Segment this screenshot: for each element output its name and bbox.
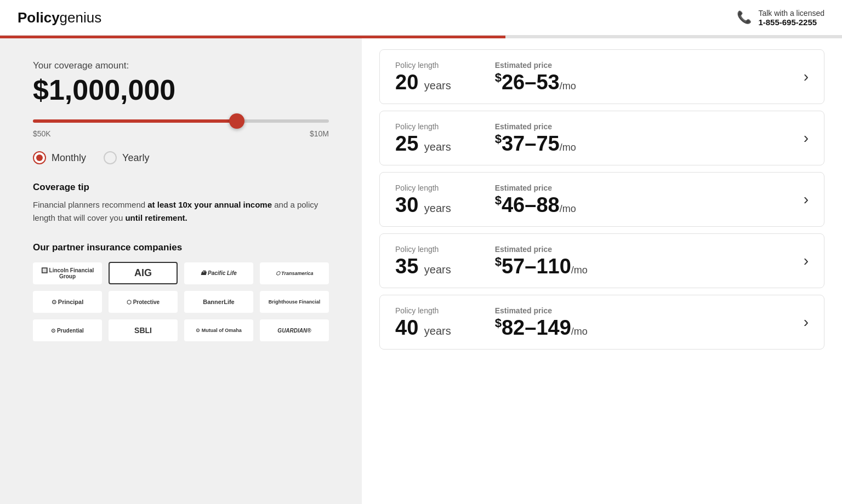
- left-panel: Your coverage amount: $1,000,000 $50K $1…: [0, 38, 362, 504]
- policy-length-label: Policy length: [395, 245, 451, 254]
- header-contact: Talk with a licensed 1-855-695-2255: [758, 9, 824, 27]
- policy-length-section: Policy length 25 years: [395, 122, 451, 154]
- policy-length-section: Policy length 20 years: [395, 61, 451, 93]
- policy-length-label: Policy length: [395, 184, 451, 192]
- policy-length-section: Policy length 35 years: [395, 245, 451, 277]
- partner-aig: AIG: [109, 262, 178, 284]
- policy-length-value: 20 years: [395, 72, 451, 93]
- price-currency: $: [495, 132, 502, 146]
- partner-principal: ⊙ Principal: [33, 291, 102, 313]
- chevron-right-icon: ›: [804, 313, 809, 331]
- chevron-right-icon: ›: [804, 68, 809, 85]
- coverage-tip-title: Coverage tip: [33, 182, 329, 193]
- policy-length-value: 25 years: [395, 133, 451, 154]
- header-contact-area: 📞 Talk with a licensed 1-855-695-2255: [737, 9, 824, 27]
- estimated-price-section: Estimated price $46–88/mo: [495, 184, 576, 215]
- slider-container: [33, 115, 329, 125]
- policy-card[interactable]: Policy length 25 years Estimated price $…: [379, 111, 824, 165]
- coverage-label: Your coverage amount:: [33, 60, 329, 71]
- slider-labels: $50K $10M: [33, 129, 329, 138]
- policy-length-unit: years: [424, 202, 451, 214]
- price-currency: $: [495, 71, 502, 84]
- policy-length-value: 35 years: [395, 256, 451, 277]
- price-currency: $: [495, 316, 502, 330]
- price-per-mo: /mo: [571, 265, 588, 276]
- partner-lincoln: 🔲 Lincoln Financial Group: [33, 262, 102, 284]
- monthly-option[interactable]: Monthly: [33, 151, 86, 164]
- main-layout: Your coverage amount: $1,000,000 $50K $1…: [0, 38, 842, 504]
- partner-protective: ⬡ Protective: [109, 291, 178, 313]
- phone-number[interactable]: 1-855-695-2255: [758, 18, 824, 27]
- policy-card[interactable]: Policy length 30 years Estimated price $…: [379, 172, 824, 227]
- policy-info: Policy length 40 years Estimated price $…: [395, 306, 588, 338]
- estimated-price-section: Estimated price $37–75/mo: [495, 122, 576, 154]
- estimated-price-label: Estimated price: [495, 245, 588, 254]
- yearly-label: Yearly: [122, 152, 149, 164]
- chevron-right-icon: ›: [804, 252, 809, 270]
- phone-icon: 📞: [737, 10, 752, 25]
- partner-guardian: GUARDIAN®: [260, 319, 329, 341]
- estimated-price-section: Estimated price $26–53/mo: [495, 61, 576, 93]
- talk-label: Talk with a licensed: [758, 9, 824, 18]
- price-per-mo: /mo: [571, 326, 588, 337]
- estimated-price-label: Estimated price: [495, 61, 576, 70]
- estimated-price-value: $82–149/mo: [495, 317, 588, 338]
- estimated-price-section: Estimated price $57–110/mo: [495, 245, 588, 277]
- yearly-option[interactable]: Yearly: [104, 151, 149, 164]
- policy-info: Policy length 20 years Estimated price $…: [395, 61, 576, 93]
- tip-bold-1: at least 10x your annual income: [147, 200, 272, 209]
- partner-mutual: ⊙ Mutual of Omaha: [184, 319, 253, 341]
- policy-length-label: Policy length: [395, 306, 451, 315]
- chevron-right-icon: ›: [804, 129, 809, 147]
- estimated-price-value: $46–88/mo: [495, 194, 576, 215]
- logo-bold: Policy: [18, 9, 60, 26]
- tip-bold-2: until retirement.: [125, 213, 187, 222]
- policy-length-section: Policy length 40 years: [395, 306, 451, 338]
- slider-min: $50K: [33, 129, 51, 138]
- chevron-right-icon: ›: [804, 191, 809, 208]
- price-per-mo: /mo: [560, 142, 576, 153]
- estimated-price-value: $57–110/mo: [495, 256, 588, 277]
- partner-brighthouse: Brighthouse Financial: [260, 291, 329, 313]
- policy-cards-container: Policy length 20 years Estimated price $…: [379, 49, 824, 350]
- tip-text-1: Financial planners recommend: [33, 200, 147, 209]
- logo-thin: genius: [60, 9, 102, 26]
- partner-sbli: SBLI: [109, 319, 178, 341]
- estimated-price-value: $37–75/mo: [495, 133, 576, 154]
- partner-bannerlife: BannerLife: [184, 291, 253, 313]
- policy-info: Policy length 35 years Estimated price $…: [395, 245, 588, 277]
- monthly-label: Monthly: [52, 152, 86, 164]
- policy-length-label: Policy length: [395, 122, 451, 131]
- partners-title: Our partner insurance companies: [33, 242, 329, 253]
- partner-pacific: 🏔 Pacific Life: [184, 262, 253, 284]
- price-currency: $: [495, 255, 502, 268]
- estimated-price-value: $26–53/mo: [495, 72, 576, 93]
- slider-max: $10M: [310, 129, 329, 138]
- policy-info: Policy length 30 years Estimated price $…: [395, 184, 576, 215]
- estimated-price-label: Estimated price: [495, 122, 576, 131]
- coverage-slider[interactable]: [33, 119, 329, 123]
- policy-length-unit: years: [424, 79, 451, 91]
- monthly-radio[interactable]: [33, 151, 46, 164]
- policy-card[interactable]: Policy length 35 years Estimated price $…: [379, 233, 824, 288]
- header: Policygenius 📞 Talk with a licensed 1-85…: [0, 0, 842, 36]
- partner-prudential: ⊙ Prudential: [33, 319, 102, 341]
- policy-info: Policy length 25 years Estimated price $…: [395, 122, 576, 154]
- yearly-radio[interactable]: [104, 151, 117, 164]
- coverage-amount-value: $1,000,000: [33, 74, 175, 106]
- payment-toggle: Monthly Yearly: [33, 151, 329, 164]
- price-currency: $: [495, 193, 502, 207]
- policy-length-unit: years: [424, 264, 451, 276]
- estimated-price-label: Estimated price: [495, 184, 576, 192]
- policy-length-unit: years: [424, 141, 451, 153]
- right-panel: Policy length 20 years Estimated price $…: [362, 38, 842, 504]
- policy-length-value: 40 years: [395, 317, 451, 338]
- policy-card[interactable]: Policy length 20 years Estimated price $…: [379, 49, 824, 104]
- policy-card[interactable]: Policy length 40 years Estimated price $…: [379, 295, 824, 350]
- price-per-mo: /mo: [560, 81, 576, 91]
- policy-length-label: Policy length: [395, 61, 451, 70]
- policy-length-section: Policy length 30 years: [395, 184, 451, 215]
- partners-grid: 🔲 Lincoln Financial Group AIG 🏔 Pacific …: [33, 262, 329, 341]
- partner-transamerica: ⬡ Transamerica: [260, 262, 329, 284]
- policy-length-unit: years: [424, 325, 451, 337]
